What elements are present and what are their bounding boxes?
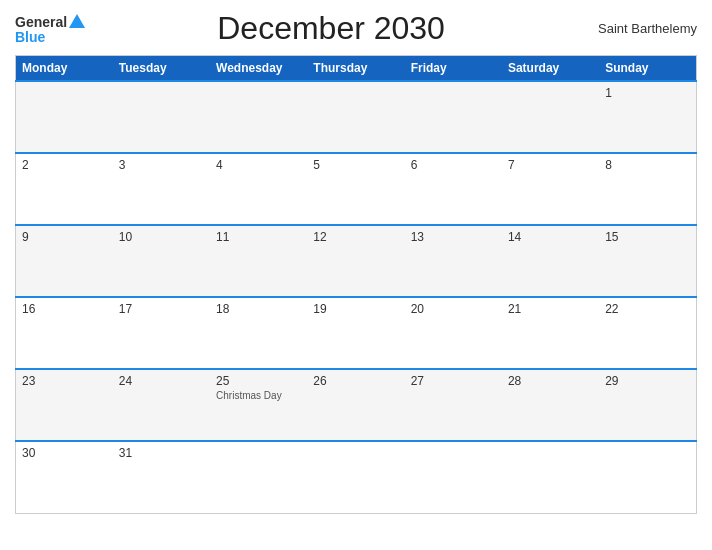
calendar-cell: [405, 441, 502, 513]
calendar-week-row: 232425Christmas Day26272829: [16, 369, 697, 441]
calendar-week-row: 2345678: [16, 153, 697, 225]
calendar-cell: 10: [113, 225, 210, 297]
logo-general-text: General: [15, 15, 67, 29]
calendar-title: December 2030: [85, 10, 577, 47]
day-number: 6: [411, 158, 496, 172]
calendar-cell: [307, 81, 404, 153]
calendar-cell: 12: [307, 225, 404, 297]
calendar-cell: 9: [16, 225, 113, 297]
header-saturday: Saturday: [502, 56, 599, 82]
calendar-cell: [210, 81, 307, 153]
calendar-cell: [16, 81, 113, 153]
calendar-cell: [210, 441, 307, 513]
calendar-cell: [502, 81, 599, 153]
calendar-cell: 11: [210, 225, 307, 297]
calendar-cell: [502, 441, 599, 513]
day-number: 8: [605, 158, 690, 172]
calendar-week-row: 1: [16, 81, 697, 153]
calendar-cell: 7: [502, 153, 599, 225]
day-number: 24: [119, 374, 204, 388]
day-number: 29: [605, 374, 690, 388]
calendar-cell: 2: [16, 153, 113, 225]
day-number: 26: [313, 374, 398, 388]
logo-triangle-icon: [69, 14, 85, 28]
day-number: 28: [508, 374, 593, 388]
calendar-cell: 23: [16, 369, 113, 441]
calendar-cell: 30: [16, 441, 113, 513]
day-number: 27: [411, 374, 496, 388]
day-number: 19: [313, 302, 398, 316]
region-label: Saint Barthelemy: [577, 21, 697, 36]
day-number: 5: [313, 158, 398, 172]
calendar-cell: 20: [405, 297, 502, 369]
calendar-cell: 3: [113, 153, 210, 225]
holiday-label: Christmas Day: [216, 390, 301, 401]
calendar-cell: 16: [16, 297, 113, 369]
calendar-cell: 29: [599, 369, 696, 441]
day-number: 9: [22, 230, 107, 244]
calendar-cell: 22: [599, 297, 696, 369]
calendar-cell: 19: [307, 297, 404, 369]
day-number: 22: [605, 302, 690, 316]
day-number: 17: [119, 302, 204, 316]
day-number: 2: [22, 158, 107, 172]
calendar-cell: 26: [307, 369, 404, 441]
calendar-header: Monday Tuesday Wednesday Thursday Friday…: [16, 56, 697, 82]
calendar-week-row: 3031: [16, 441, 697, 513]
calendar-cell: 17: [113, 297, 210, 369]
calendar-cell: 27: [405, 369, 502, 441]
day-number: 15: [605, 230, 690, 244]
logo: General Blue: [15, 14, 85, 44]
header: General Blue December 2030 Saint Barthel…: [15, 10, 697, 47]
calendar-cell: 1: [599, 81, 696, 153]
calendar-cell: 4: [210, 153, 307, 225]
calendar-cell: 5: [307, 153, 404, 225]
day-number: 25: [216, 374, 301, 388]
calendar-week-row: 16171819202122: [16, 297, 697, 369]
calendar-cell: 6: [405, 153, 502, 225]
calendar-week-row: 9101112131415: [16, 225, 697, 297]
day-number: 12: [313, 230, 398, 244]
calendar-cell: [307, 441, 404, 513]
calendar-cell: 28: [502, 369, 599, 441]
header-sunday: Sunday: [599, 56, 696, 82]
header-wednesday: Wednesday: [210, 56, 307, 82]
day-number: 14: [508, 230, 593, 244]
header-tuesday: Tuesday: [113, 56, 210, 82]
calendar-cell: 24: [113, 369, 210, 441]
calendar-body: 1234567891011121314151617181920212223242…: [16, 81, 697, 513]
header-thursday: Thursday: [307, 56, 404, 82]
day-number: 18: [216, 302, 301, 316]
calendar-cell: 31: [113, 441, 210, 513]
day-number: 23: [22, 374, 107, 388]
day-number: 11: [216, 230, 301, 244]
header-monday: Monday: [16, 56, 113, 82]
calendar-cell: 18: [210, 297, 307, 369]
calendar-cell: 14: [502, 225, 599, 297]
day-number: 16: [22, 302, 107, 316]
calendar-cell: 13: [405, 225, 502, 297]
calendar-cell: 21: [502, 297, 599, 369]
calendar-cell: 8: [599, 153, 696, 225]
day-number: 20: [411, 302, 496, 316]
day-number: 30: [22, 446, 107, 460]
day-number: 31: [119, 446, 204, 460]
header-friday: Friday: [405, 56, 502, 82]
day-number: 1: [605, 86, 690, 100]
day-number: 7: [508, 158, 593, 172]
calendar-cell: [405, 81, 502, 153]
calendar-cell: 25Christmas Day: [210, 369, 307, 441]
day-number: 10: [119, 230, 204, 244]
weekday-header-row: Monday Tuesday Wednesday Thursday Friday…: [16, 56, 697, 82]
day-number: 21: [508, 302, 593, 316]
calendar-table: Monday Tuesday Wednesday Thursday Friday…: [15, 55, 697, 514]
page: General Blue December 2030 Saint Barthel…: [0, 0, 712, 550]
day-number: 13: [411, 230, 496, 244]
day-number: 3: [119, 158, 204, 172]
day-number: 4: [216, 158, 301, 172]
calendar-cell: [599, 441, 696, 513]
logo-blue-text: Blue: [15, 30, 85, 44]
calendar-cell: [113, 81, 210, 153]
calendar-cell: 15: [599, 225, 696, 297]
